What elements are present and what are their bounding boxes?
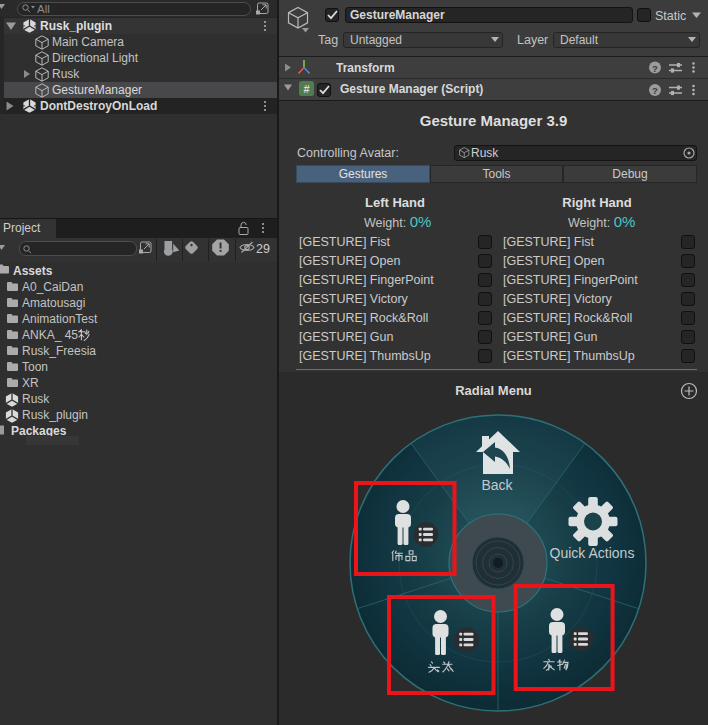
svg-text:Back: Back	[481, 477, 513, 493]
svg-text:?: ?	[652, 85, 658, 96]
svg-text:#: #	[303, 83, 309, 95]
svg-text:?: ?	[652, 63, 658, 74]
svg-text:Quick Actions: Quick Actions	[550, 545, 635, 561]
